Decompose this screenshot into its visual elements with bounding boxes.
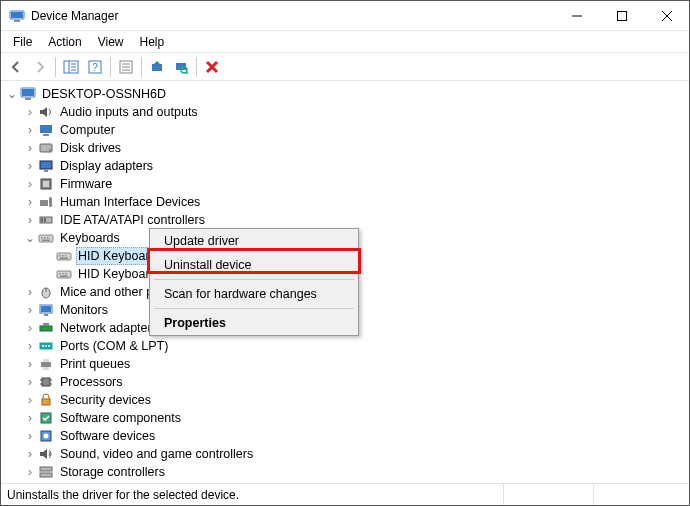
expand-icon[interactable]: › (23, 303, 37, 317)
device-manager-window: Device Manager File Action View Help ? ⌄… (0, 0, 690, 506)
disk-icon (38, 140, 54, 156)
tree-category[interactable]: ›Print queues (1, 355, 689, 373)
tree-category[interactable]: ›Computer (1, 121, 689, 139)
computer-icon (38, 122, 54, 138)
tree-category[interactable]: ›IDE ATA/ATAPI controllers (1, 211, 689, 229)
svg-rect-18 (152, 64, 162, 71)
minimize-button[interactable] (554, 1, 599, 30)
tree-category[interactable]: ›System devices (1, 481, 689, 483)
help-toolbar-button[interactable]: ? (84, 56, 106, 78)
tree-category[interactable]: ›Firmware (1, 175, 689, 193)
tree-category[interactable]: ›Security devices (1, 391, 689, 409)
expand-icon[interactable]: › (23, 213, 37, 227)
app-icon (9, 8, 25, 24)
expand-icon[interactable]: › (23, 177, 37, 191)
collapse-icon[interactable]: ⌄ (5, 87, 19, 101)
keyboard-icon (56, 266, 72, 282)
svg-rect-54 (60, 276, 68, 278)
expand-icon[interactable]: › (23, 375, 37, 389)
tree-item-label: Print queues (58, 356, 132, 372)
expand-icon[interactable]: › (23, 465, 37, 479)
svg-rect-26 (25, 98, 31, 100)
swcomp-icon (38, 410, 54, 426)
menu-action[interactable]: Action (40, 33, 89, 51)
svg-rect-59 (44, 314, 48, 316)
tree-category[interactable]: ›Audio inputs and outputs (1, 103, 689, 121)
svg-rect-67 (43, 359, 49, 362)
tree-category[interactable]: ›Disk drives (1, 139, 689, 157)
tree-item-label: Keyboards (58, 230, 122, 246)
tree-category[interactable]: ›Software devices (1, 427, 689, 445)
expand-icon[interactable]: › (23, 411, 37, 425)
forward-button[interactable] (29, 56, 51, 78)
no-expand (41, 249, 55, 263)
menu-help[interactable]: Help (132, 33, 173, 51)
tree-item-label: Audio inputs and outputs (58, 104, 200, 120)
expand-icon[interactable]: › (23, 357, 37, 371)
expand-icon[interactable]: › (23, 141, 37, 155)
svg-rect-52 (62, 273, 64, 275)
context-scan-hardware[interactable]: Scan for hardware changes (150, 282, 358, 306)
context-update-driver[interactable]: Update driver (150, 229, 358, 253)
tree-item-label: Software devices (58, 428, 157, 444)
swdev-icon (38, 428, 54, 444)
system-icon (38, 482, 54, 483)
expand-icon[interactable]: › (23, 123, 37, 137)
expand-icon[interactable]: › (23, 429, 37, 443)
title-bar: Device Manager (1, 1, 689, 31)
tree-root[interactable]: ⌄DESKTOP-OSSNH6D (1, 85, 689, 103)
svg-rect-39 (44, 218, 46, 222)
svg-rect-69 (42, 378, 50, 386)
menu-file[interactable]: File (5, 33, 40, 51)
svg-rect-61 (43, 323, 49, 326)
expand-icon[interactable]: › (23, 339, 37, 353)
ports-icon (38, 338, 54, 354)
svg-point-65 (48, 345, 50, 347)
svg-rect-32 (44, 170, 48, 172)
tree-category[interactable]: ›Human Interface Devices (1, 193, 689, 211)
tree-category[interactable]: ›Software components (1, 409, 689, 427)
tree-item-label: Sound, video and game controllers (58, 446, 255, 462)
menu-view[interactable]: View (90, 33, 132, 51)
collapse-icon[interactable]: ⌄ (23, 231, 37, 245)
tree-category[interactable]: ›Display adapters (1, 157, 689, 175)
tree-category[interactable]: ›Sound, video and game controllers (1, 445, 689, 463)
tree-category[interactable]: ›Storage controllers (1, 463, 689, 481)
expand-icon[interactable]: › (23, 195, 37, 209)
expand-icon[interactable]: › (23, 447, 37, 461)
uninstall-toolbar-button[interactable] (201, 56, 223, 78)
tree-category[interactable]: ›Ports (COM & LPT) (1, 337, 689, 355)
back-button[interactable] (5, 56, 27, 78)
context-uninstall-device[interactable]: Uninstall device (150, 253, 358, 277)
svg-point-63 (42, 345, 44, 347)
svg-rect-41 (41, 237, 43, 239)
tree-item-label: Human Interface Devices (58, 194, 202, 210)
tree-item-label: DESKTOP-OSSNH6D (40, 86, 168, 102)
svg-rect-44 (42, 240, 50, 242)
expand-icon[interactable]: › (23, 393, 37, 407)
expand-icon[interactable]: › (23, 285, 37, 299)
ide-icon (38, 212, 54, 228)
expand-icon[interactable]: › (23, 159, 37, 173)
tree-item-label: Computer (58, 122, 117, 138)
scan-hardware-toolbar-button[interactable] (170, 56, 192, 78)
svg-point-77 (44, 434, 49, 439)
context-properties[interactable]: Properties (150, 311, 358, 335)
expand-icon[interactable]: › (23, 105, 37, 119)
tree-item-label: Network adapters (58, 320, 160, 336)
update-driver-toolbar-button[interactable] (146, 56, 168, 78)
tree-item-label: System devices (58, 482, 150, 483)
show-hide-tree-button[interactable] (60, 56, 82, 78)
svg-rect-53 (65, 273, 67, 275)
svg-rect-78 (40, 467, 52, 471)
tree-category[interactable]: ›Processors (1, 373, 689, 391)
close-button[interactable] (644, 1, 689, 30)
hid-icon (38, 194, 54, 210)
svg-rect-36 (49, 197, 52, 207)
expand-icon[interactable]: › (23, 321, 37, 335)
properties-toolbar-button[interactable] (115, 56, 137, 78)
svg-rect-48 (65, 255, 67, 257)
maximize-button[interactable] (599, 1, 644, 30)
device-tree[interactable]: ⌄DESKTOP-OSSNH6D›Audio inputs and output… (1, 81, 689, 483)
svg-rect-43 (47, 237, 49, 239)
